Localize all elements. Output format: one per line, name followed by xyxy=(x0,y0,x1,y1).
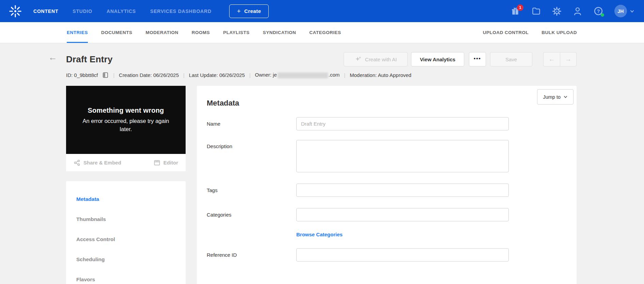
tab-documents[interactable]: DOCUMENTS xyxy=(101,22,132,43)
section-nav-thumbnails[interactable]: Thumbnails xyxy=(66,211,186,227)
page-title: Draft Entry xyxy=(66,54,113,65)
account-menu[interactable]: JH xyxy=(614,5,634,17)
nav-item-analytics[interactable]: ANALYTICS xyxy=(107,9,136,14)
reference-id-row: Reference ID xyxy=(207,248,566,262)
tab-rooms[interactable]: ROOMS xyxy=(192,22,210,43)
share-embed-label: Share & Embed xyxy=(83,160,121,165)
next-entry-button[interactable]: → xyxy=(560,52,577,66)
owner-suffix: .com xyxy=(329,72,340,78)
arrow-left-icon: ← xyxy=(549,56,555,63)
moderation-status: Moderation: Auto Approved xyxy=(350,72,411,78)
error-message: An error occurred, please try again late… xyxy=(78,117,173,133)
entry-actions: Create with AI View Analytics ••• Save ←… xyxy=(344,52,577,66)
person-icon xyxy=(573,6,582,16)
share-icon xyxy=(74,159,80,166)
metadata-heading: Metadata xyxy=(207,99,566,108)
separator: | xyxy=(344,73,345,78)
separator: | xyxy=(249,73,251,78)
owner-email-redacted xyxy=(278,73,328,78)
media-type-icon xyxy=(102,72,109,78)
name-label: Name xyxy=(207,121,296,127)
more-options-button[interactable]: ••• xyxy=(469,52,486,66)
editor-button[interactable]: Editor xyxy=(154,159,178,166)
svg-text:?: ? xyxy=(597,9,600,14)
nav-item-services-dashboard[interactable]: SERVICES DASHBOARD xyxy=(150,9,211,14)
clapperboard-icon xyxy=(154,159,160,166)
jump-to-label: Jump to xyxy=(543,94,561,100)
projects-folder-button[interactable] xyxy=(531,6,541,16)
view-analytics-button[interactable]: View Analytics xyxy=(411,52,464,66)
create-button-label: Create xyxy=(244,8,261,14)
tags-input[interactable] xyxy=(296,184,509,197)
description-row: Description xyxy=(207,140,566,172)
status-dot xyxy=(601,13,604,17)
sparkles-icon xyxy=(355,56,362,63)
back-arrow-icon[interactable]: ← xyxy=(48,53,57,62)
share-embed-button[interactable]: Share & Embed xyxy=(74,159,121,166)
folder-icon xyxy=(532,6,541,16)
section-nav-flavors[interactable]: Flavors xyxy=(66,272,186,284)
entry-header: ← Draft Entry Create with AI View Analyt… xyxy=(0,43,644,66)
last-update: Last Update: 06/26/2025 xyxy=(189,72,245,78)
previous-entry-button[interactable]: ← xyxy=(543,52,560,66)
nav-item-content[interactable]: CONTENT xyxy=(33,9,58,14)
whats-new-gift-icon[interactable]: 1 xyxy=(511,6,520,16)
owner: Owner: je.com xyxy=(255,72,340,78)
create-with-ai-label: Create with AI xyxy=(365,57,397,62)
save-button[interactable]: Save xyxy=(490,52,532,66)
tags-label: Tags xyxy=(207,187,296,193)
top-bar: CONTENT STUDIO ANALYTICS SERVICES DASHBO… xyxy=(0,0,644,22)
gear-icon xyxy=(552,6,562,16)
create-button[interactable]: + Create xyxy=(229,4,269,18)
tab-upload-control[interactable]: UPLOAD CONTROL xyxy=(483,22,529,43)
top-icon-group: 1 xyxy=(511,5,634,17)
help-button[interactable]: ? xyxy=(594,6,603,16)
notification-badge: 1 xyxy=(517,4,523,11)
editor-label: Editor xyxy=(163,160,178,165)
create-with-ai-button[interactable]: Create with AI xyxy=(344,52,408,66)
description-input[interactable] xyxy=(296,140,509,172)
arrow-right-icon: → xyxy=(565,56,571,63)
section-nav-access-control[interactable]: Access Control xyxy=(66,232,186,247)
tabs-right: UPLOAD CONTROL BULK UPLOAD xyxy=(483,22,577,43)
save-button-label: Save xyxy=(505,57,517,62)
tab-moderation[interactable]: MODERATION xyxy=(146,22,178,43)
reference-id-input[interactable] xyxy=(296,248,509,262)
entry-id: ID: 0_9bbtt8cf xyxy=(66,72,98,78)
user-management-button[interactable] xyxy=(573,6,582,16)
metadata-panel: Jump to Metadata Name Description Tags C… xyxy=(197,86,577,284)
player-action-bar: Share & Embed Editor xyxy=(66,154,186,171)
name-row: Name xyxy=(207,117,566,130)
tab-entries[interactable]: ENTRIES xyxy=(67,22,88,43)
description-label: Description xyxy=(207,140,296,149)
separator: | xyxy=(183,73,185,78)
categories-label: Categories xyxy=(207,212,296,218)
jump-to-dropdown[interactable]: Jump to xyxy=(537,89,574,105)
section-nav-scheduling[interactable]: Scheduling xyxy=(66,252,186,267)
tab-categories[interactable]: CATEGORIES xyxy=(309,22,341,43)
settings-button[interactable] xyxy=(552,6,562,16)
browse-categories-link[interactable]: Browse Categories xyxy=(296,232,343,237)
entry-info-line: ID: 0_9bbtt8cf | Creation Date: 06/26/20… xyxy=(66,72,577,78)
name-input[interactable] xyxy=(296,117,509,130)
categories-input[interactable] xyxy=(296,208,509,221)
player-error-box: Something went wrong An error occurred, … xyxy=(66,86,186,154)
ellipsis-icon: ••• xyxy=(474,56,481,61)
owner-prefix: Owner: je xyxy=(255,72,277,78)
entry-pager: ← → xyxy=(543,52,577,66)
plus-icon: + xyxy=(237,8,241,14)
avatar[interactable]: JH xyxy=(614,5,627,17)
tab-bulk-upload[interactable]: BULK UPLOAD xyxy=(541,22,577,43)
section-nav-metadata[interactable]: Metadata xyxy=(66,191,186,207)
nav-item-studio[interactable]: STUDIO xyxy=(73,9,92,14)
primary-nav: CONTENT STUDIO ANALYTICS SERVICES DASHBO… xyxy=(33,9,211,14)
kaltura-logo-icon[interactable] xyxy=(8,4,22,18)
entry-body: Something went wrong An error occurred, … xyxy=(66,86,577,284)
error-title: Something went wrong xyxy=(78,107,173,114)
chevron-down-icon[interactable] xyxy=(630,9,634,14)
entry-section-nav: Metadata Thumbnails Access Control Sched… xyxy=(66,181,186,284)
tab-playlists[interactable]: PLAYLISTS xyxy=(223,22,250,43)
tab-syndication[interactable]: SYNDICATION xyxy=(263,22,296,43)
separator: | xyxy=(113,73,114,78)
reference-id-label: Reference ID xyxy=(207,252,296,258)
